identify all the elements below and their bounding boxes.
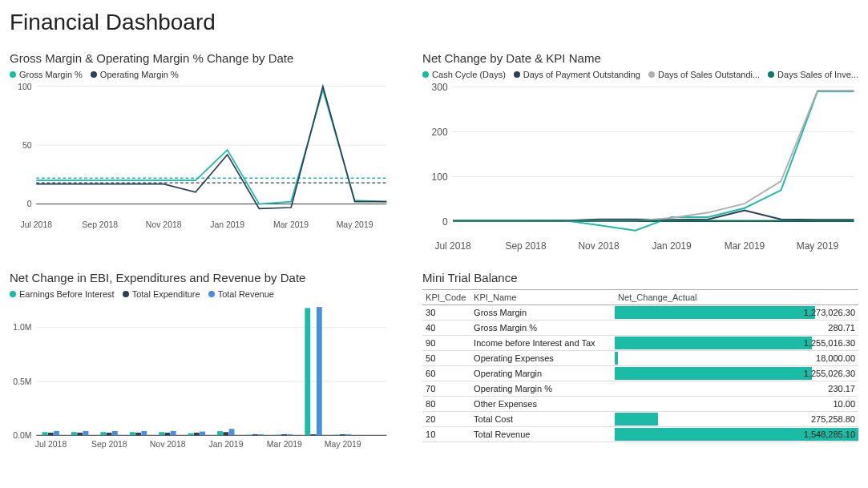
bar[interactable]: [200, 432, 205, 436]
legend-item[interactable]: Gross Margin %: [10, 70, 83, 79]
table-mini-trial-balance[interactable]: Mini Trial Balance KPI_Code KPI_Name Net…: [422, 271, 858, 471]
bar[interactable]: [258, 434, 264, 435]
cell-net-change: 18,000.00: [615, 351, 858, 366]
table-row[interactable]: 70Operating Margin %230.17: [422, 381, 858, 397]
col-header: KPI_Code: [422, 290, 470, 305]
bar[interactable]: [305, 308, 310, 435]
cell-value-label: 275,258.80: [811, 414, 855, 424]
bar[interactable]: [100, 432, 106, 435]
bar[interactable]: [252, 434, 258, 435]
legend-label: Days of Payment Outstanding: [523, 70, 640, 79]
series-line[interactable]: [36, 90, 386, 204]
table-row[interactable]: 20Total Cost275,258.80: [422, 412, 858, 427]
bar[interactable]: [54, 431, 59, 435]
bar[interactable]: [141, 431, 147, 435]
legend-item[interactable]: Total Expenditure: [123, 289, 200, 299]
legend-item[interactable]: Days of Sales Outstandi...: [648, 70, 760, 79]
bar[interactable]: [159, 432, 164, 435]
y-tick-label: 200: [432, 127, 448, 138]
cell-kpi-code: 70: [422, 381, 470, 397]
series-line[interactable]: [36, 87, 386, 209]
bar[interactable]: [107, 433, 112, 435]
bar[interactable]: [345, 434, 351, 435]
bar[interactable]: [42, 432, 48, 435]
bar[interactable]: [77, 433, 83, 435]
table-row[interactable]: 30Gross Margin1,273,026.30: [422, 305, 858, 321]
legend-item[interactable]: Total Revenue: [208, 289, 274, 299]
cell-value-label: 10.00: [833, 399, 855, 409]
cell-kpi-name: Gross Margin: [470, 305, 615, 321]
y-tick-label: 0.5M: [13, 377, 31, 386]
bar[interactable]: [194, 433, 200, 435]
bar: [615, 337, 812, 349]
y-tick-label: 0.0M: [13, 431, 31, 440]
x-tick-label: Sep 2018: [82, 220, 118, 229]
chart-net-change-kpi[interactable]: Net Change by Date & KPI Name Cash Cycle…: [422, 51, 858, 252]
table-row[interactable]: 10Total Revenue1,548,285.10: [422, 427, 858, 442]
series-line[interactable]: [453, 91, 854, 231]
bar[interactable]: [229, 429, 235, 435]
legend-item[interactable]: Earnings Before Interest: [10, 289, 115, 299]
cell-value-label: 280.71: [828, 323, 855, 333]
table-row[interactable]: 90Income before Interest and Tax1,255,01…: [422, 336, 858, 351]
x-tick-label: May 2019: [337, 220, 373, 229]
bar[interactable]: [135, 433, 141, 435]
table-header-row: KPI_Code KPI_Name Net_Change_Actual: [422, 290, 858, 305]
bar[interactable]: [334, 435, 340, 436]
y-tick-label: 300: [432, 83, 448, 93]
bar[interactable]: [165, 433, 171, 435]
bar[interactable]: [112, 431, 118, 435]
col-header: KPI_Name: [470, 290, 615, 305]
cell-kpi-name: Other Expenses: [470, 397, 615, 412]
bar[interactable]: [281, 434, 287, 435]
bar[interactable]: [317, 307, 322, 435]
legend-item[interactable]: Cash Cycle (Days): [422, 70, 506, 79]
cell-kpi-name: Total Cost: [470, 412, 615, 427]
bar[interactable]: [71, 432, 77, 435]
table-row[interactable]: 80Other Expenses10.00: [422, 397, 858, 412]
bar: [615, 352, 618, 365]
cell-value-label: 1,255,016.30: [804, 338, 855, 348]
bar[interactable]: [311, 434, 317, 435]
chart-gross-margin[interactable]: Gross Margin & Operating Margin % Change…: [10, 51, 390, 252]
x-tick-label: Sep 2018: [506, 240, 547, 252]
bar[interactable]: [171, 431, 176, 435]
bar[interactable]: [288, 434, 293, 435]
trial-balance-table: KPI_Code KPI_Name Net_Change_Actual 30Gr…: [422, 289, 858, 442]
y-tick-label: 100: [18, 83, 32, 91]
x-tick-label: May 2019: [797, 240, 839, 252]
bar[interactable]: [83, 431, 89, 435]
cell-kpi-code: 40: [422, 321, 470, 336]
table-row[interactable]: 40Gross Margin %280.71: [422, 321, 858, 336]
cell-value-label: 1,548,285.10: [804, 430, 855, 439]
cell-kpi-code: 20: [422, 412, 470, 427]
chart-legend: Gross Margin %Operating Margin %: [10, 70, 390, 79]
bar[interactable]: [48, 433, 54, 435]
chart-title: Mini Trial Balance: [422, 271, 858, 284]
chart-title: Net Change by Date & KPI Name: [422, 51, 858, 65]
x-tick-label: Jul 2018: [35, 440, 67, 449]
cell-kpi-name: Operating Margin %: [470, 381, 615, 397]
bar[interactable]: [276, 435, 281, 436]
bar[interactable]: [188, 434, 194, 436]
legend-swatch-icon: [123, 291, 129, 297]
cell-kpi-name: Operating Expenses: [470, 351, 615, 366]
legend-label: Days Sales of Inve...: [777, 70, 858, 79]
table-row[interactable]: 60Operating Margin1,255,026.30: [422, 366, 858, 381]
legend-item[interactable]: Operating Margin %: [91, 70, 179, 79]
legend-item[interactable]: Days of Payment Outstanding: [514, 70, 640, 79]
y-tick-label: 1.0M: [13, 323, 31, 332]
legend-swatch-icon: [91, 71, 97, 78]
table-row[interactable]: 50Operating Expenses18,000.00: [422, 351, 858, 366]
chart-title: Net Change in EBI, Expenditures and Reve…: [10, 271, 390, 284]
bar[interactable]: [223, 432, 228, 435]
bar[interactable]: [340, 434, 345, 435]
legend-item[interactable]: Days Sales of Inve...: [768, 70, 858, 79]
bar[interactable]: [247, 435, 252, 436]
chart-ebi-bar[interactable]: Net Change in EBI, Expenditures and Reve…: [10, 271, 390, 471]
bar[interactable]: [130, 432, 135, 435]
cell-kpi-code: 30: [422, 305, 470, 321]
legend-swatch-icon: [10, 291, 16, 297]
cell-kpi-name: Operating Margin: [470, 366, 615, 381]
bar[interactable]: [217, 431, 223, 435]
